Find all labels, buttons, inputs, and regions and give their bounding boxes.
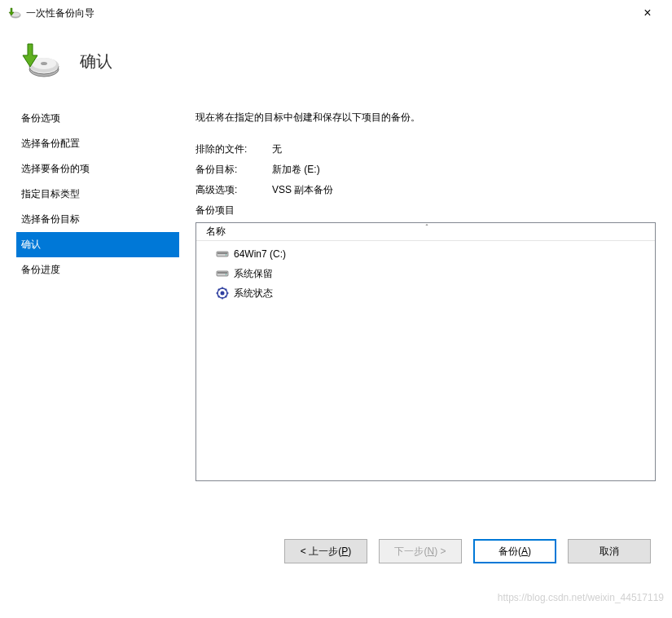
drive-icon [216, 248, 229, 261]
value-backup-target: 新加卷 (E:) [272, 163, 656, 177]
intro-text: 现在将在指定的目标中创建和保存以下项目的备份。 [195, 111, 656, 125]
svg-point-14 [221, 291, 225, 296]
backup-button[interactable]: 备份(A) [473, 539, 556, 563]
list-item-label: 系统保留 [234, 265, 273, 282]
list-section-label: 备份项目 [195, 204, 656, 217]
content: 备份选项 选择备份配置 选择要备份的项 指定目标类型 选择备份目标 确认 备份进… [0, 106, 672, 516]
value-excluded-files: 无 [272, 142, 656, 156]
list-item-label: 系统状态 [234, 285, 273, 301]
wizard-header: 确认 [0, 24, 672, 106]
label-advanced-options: 高级选项: [195, 183, 272, 197]
sidebar-item-select-config[interactable]: 选择备份配置 [16, 131, 179, 156]
watermark: https://blog.csdn.net/weixin_44517119 [498, 592, 664, 603]
svg-point-9 [226, 254, 226, 255]
cancel-button[interactable]: 取消 [568, 539, 651, 563]
titlebar: 一次性备份向导 × [0, 0, 672, 24]
sidebar-item-dest-type[interactable]: 指定目标类型 [16, 182, 179, 207]
page-title: 确认 [80, 50, 112, 72]
sidebar-item-select-items[interactable]: 选择要备份的项 [16, 156, 179, 182]
list-header-name[interactable]: 名称 [196, 222, 384, 241]
drive-icon [216, 267, 229, 280]
btn-text: 下一步( [394, 545, 427, 559]
btn-text: 备份( [499, 545, 521, 559]
main-panel: 现在将在指定的目标中创建和保存以下项目的备份。 排除的文件: 无 备份目标: 新… [179, 106, 672, 516]
value-advanced-options: VSS 副本备份 [272, 183, 656, 197]
row-backup-target: 备份目标: 新加卷 (E:) [195, 163, 656, 177]
window-title: 一次性备份向导 [26, 7, 94, 20]
wizard-icon [20, 41, 60, 81]
list-item[interactable]: 64Win7 (C:) [198, 244, 653, 264]
access-key: N [427, 546, 434, 557]
backup-items-list: 名称 ˆ 64Win7 (C:) 系统保留 [195, 222, 656, 481]
btn-text: ) [528, 546, 531, 557]
btn-text: < 上一步( [301, 545, 341, 559]
svg-rect-11 [217, 272, 227, 274]
access-key: A [521, 546, 528, 557]
svg-rect-8 [217, 252, 227, 254]
wizard-footer: < 上一步(P) 下一步(N) > 备份(A) 取消 [0, 516, 672, 563]
btn-text: ) [348, 546, 351, 557]
list-item[interactable]: 系统状态 [198, 283, 653, 303]
app-icon [8, 7, 21, 20]
sidebar-item-select-dest[interactable]: 选择备份目标 [16, 207, 179, 232]
wizard-sidebar: 备份选项 选择备份配置 选择要备份的项 指定目标类型 选择备份目标 确认 备份进… [0, 106, 179, 516]
row-advanced-options: 高级选项: VSS 副本备份 [195, 183, 656, 197]
list-body: 64Win7 (C:) 系统保留 系统状态 [196, 241, 655, 306]
svg-point-6 [41, 62, 47, 65]
sidebar-item-confirm[interactable]: 确认 [16, 232, 179, 257]
list-item[interactable]: 系统保留 [198, 264, 653, 283]
access-key: P [341, 546, 348, 557]
svg-point-12 [226, 274, 226, 274]
gear-icon [216, 287, 229, 300]
close-button[interactable]: × [631, 5, 664, 21]
label-backup-target: 备份目标: [195, 163, 272, 177]
prev-button[interactable]: < 上一步(P) [284, 539, 367, 563]
list-header[interactable]: 名称 ˆ [196, 223, 655, 241]
sidebar-item-progress[interactable]: 备份进度 [16, 257, 179, 283]
list-item-label: 64Win7 (C:) [234, 246, 286, 262]
next-button: 下一步(N) > [379, 539, 462, 563]
sidebar-item-backup-options[interactable]: 备份选项 [16, 106, 179, 131]
titlebar-left: 一次性备份向导 [8, 7, 94, 20]
row-excluded-files: 排除的文件: 无 [195, 142, 656, 156]
btn-text: ) > [434, 546, 446, 557]
label-excluded-files: 排除的文件: [195, 142, 272, 156]
sort-indicator-icon: ˆ [426, 223, 428, 231]
